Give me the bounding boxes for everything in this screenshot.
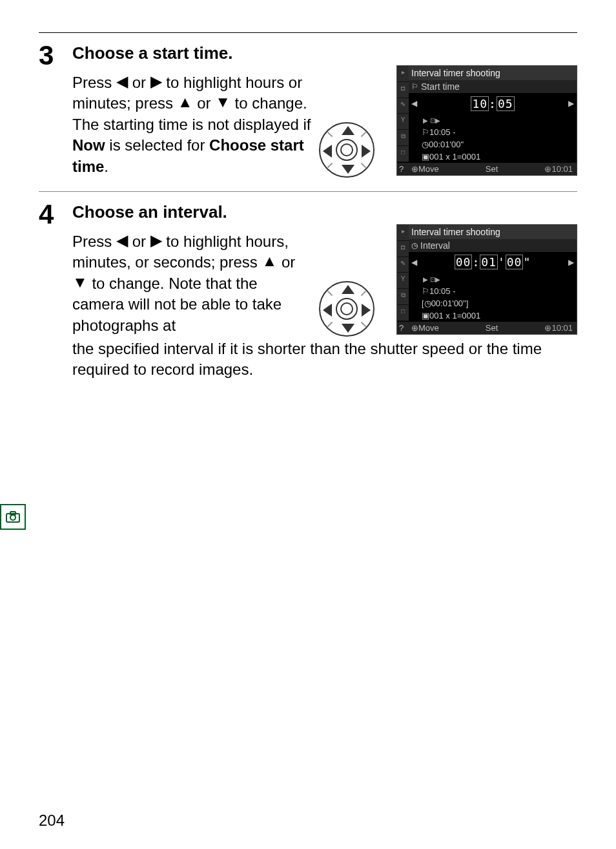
t: is selected for — [105, 136, 209, 154]
lcd-sub-label: Start time — [421, 81, 460, 92]
hours: 10 — [471, 96, 489, 111]
flag-icon: ⚐ — [411, 82, 418, 91]
camera-lcd-start-time: ▸◘✎Y⧉□ Interval timer shooting ⚐ Start t… — [396, 65, 577, 176]
lcd-detail-count: ▣001 x 1=0001 — [397, 151, 577, 163]
right-arrow-icon: ▶ — [150, 230, 162, 251]
left-arrow-icon: ◀ — [116, 71, 128, 92]
lcd-tab-q: ? — [399, 323, 404, 333]
step-text: Press ◀ or ▶ to highlight hours or minut… — [72, 72, 311, 177]
lcd-header: Interval timer shooting — [397, 225, 577, 239]
nav-right-icon: ▶ — [568, 99, 574, 108]
lcd-detail-count: ▣001 x 1=0001 — [397, 309, 577, 322]
v: 10:05 - — [429, 286, 455, 296]
lcd-subheader: ◷ Interval — [397, 239, 577, 252]
lcd-detail-start: ⚐10:05 - — [397, 285, 577, 297]
page-number: 204 — [39, 812, 65, 830]
stack-icon: ▣ — [422, 152, 429, 162]
lcd-clock: ⊕10:01 — [544, 323, 573, 333]
step-number: 4 — [39, 201, 72, 228]
t: or — [128, 233, 150, 250]
lcd-subheader: ⚐ Start time — [397, 80, 577, 93]
up-arrow-icon: ▲ — [178, 92, 193, 112]
step-number: 3 — [39, 42, 72, 69]
t: Press — [72, 74, 116, 91]
lcd-header: Interval timer shooting — [397, 66, 577, 80]
start-time-value: 10:05 — [471, 97, 514, 110]
v: 00:01'00" — [429, 140, 464, 149]
multi-selector-icon — [319, 122, 377, 180]
lcd-detail-anim: ▶ ⊡▶ — [397, 273, 577, 285]
lcd-detail-interval: [◷00:01'00"] — [397, 297, 577, 309]
flag-icon: ⚐ — [422, 127, 429, 137]
t: or — [193, 94, 216, 112]
minutes: 01 — [480, 255, 498, 269]
nav-right-icon: ▶ — [568, 258, 574, 267]
clock-icon: ◷ — [411, 241, 418, 250]
lcd-move-label: ⊕Move — [411, 323, 439, 333]
svg-point-2 — [10, 515, 15, 520]
t: . — [104, 158, 108, 175]
clock-icon: ◷ — [424, 299, 431, 308]
down-arrow-icon: ▼ — [215, 92, 231, 112]
step-title: Choose an interval. — [72, 202, 577, 222]
step-3: 3 Choose a start time. Press ◀ or ▶ to h… — [39, 42, 577, 177]
lcd-value-row: ◀ 00:01'00" ▶ — [397, 252, 577, 273]
v: 00:01'00" — [431, 299, 466, 308]
t: or — [277, 253, 295, 271]
flag-icon: ⚐ — [422, 286, 429, 296]
v: 10:05 - — [429, 127, 455, 137]
t: or — [128, 74, 150, 91]
lcd-sub-label: Interval — [420, 240, 450, 251]
step-title: Choose a start time. — [72, 43, 577, 63]
camera-section-icon — [0, 504, 26, 530]
lcd-set-label: Set — [486, 164, 498, 174]
interval-value: 00:01'00" — [455, 255, 531, 269]
lcd-clock: ⊕10:01 — [544, 164, 573, 174]
nav-left-icon: ◀ — [411, 258, 417, 267]
lcd-detail-interval: ◷00:01'00" — [397, 138, 577, 151]
minutes: 05 — [497, 96, 515, 111]
lcd-detail-anim: ▶ ⊡▶ — [397, 114, 577, 126]
lcd-detail-start: ⚐10:05 - — [397, 126, 577, 138]
clock-icon: ◷ — [422, 140, 429, 149]
lcd-set-label: Set — [486, 323, 498, 333]
lcd-move-label: ⊕Move — [411, 164, 439, 174]
seconds: 00 — [506, 255, 524, 269]
t: to change. Note that the camera will not… — [72, 275, 282, 334]
up-arrow-icon: ▲ — [262, 251, 277, 271]
t: Press — [72, 233, 116, 250]
step-text-narrow: Press ◀ or ▶ to highlight hours, minutes… — [72, 231, 311, 336]
camera-lcd-interval: ▸◘✎Y⧉□ Interval timer shooting ◷ Interva… — [396, 224, 577, 335]
hours: 00 — [455, 255, 473, 269]
down-arrow-icon: ▼ — [72, 272, 88, 293]
lcd-tab-q: ? — [399, 164, 404, 174]
step-4: 4 Choose an interval. Press ◀ or ▶ to hi… — [39, 201, 577, 381]
v: 001 x 1=0001 — [429, 152, 480, 162]
multi-selector-icon — [319, 281, 377, 339]
left-arrow-icon: ◀ — [116, 230, 128, 251]
nav-left-icon: ◀ — [411, 99, 417, 108]
lcd-value-row: ◀ 10:05 ▶ — [397, 93, 577, 114]
right-arrow-icon: ▶ — [150, 71, 162, 92]
stack-icon: ▣ — [422, 311, 429, 320]
v: 001 x 1=0001 — [429, 311, 480, 320]
bold-now: Now — [72, 136, 105, 154]
